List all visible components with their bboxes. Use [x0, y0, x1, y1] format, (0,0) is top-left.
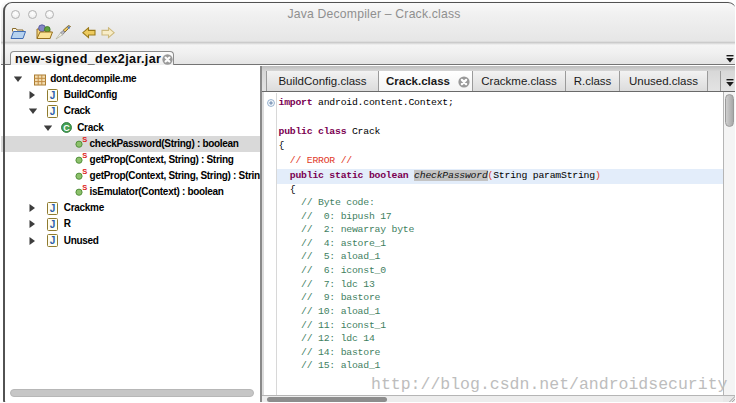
- svg-text:S: S: [82, 168, 87, 176]
- svg-text:J: J: [49, 203, 55, 214]
- svg-text:C: C: [64, 123, 71, 133]
- svg-text:S: S: [82, 184, 87, 192]
- svg-text:J: J: [49, 235, 55, 246]
- svg-text:S: S: [82, 136, 87, 144]
- svg-text:J: J: [49, 90, 55, 101]
- svg-text:J: J: [49, 106, 55, 117]
- svg-text:S: S: [82, 152, 87, 160]
- svg-text:J: J: [49, 219, 55, 230]
